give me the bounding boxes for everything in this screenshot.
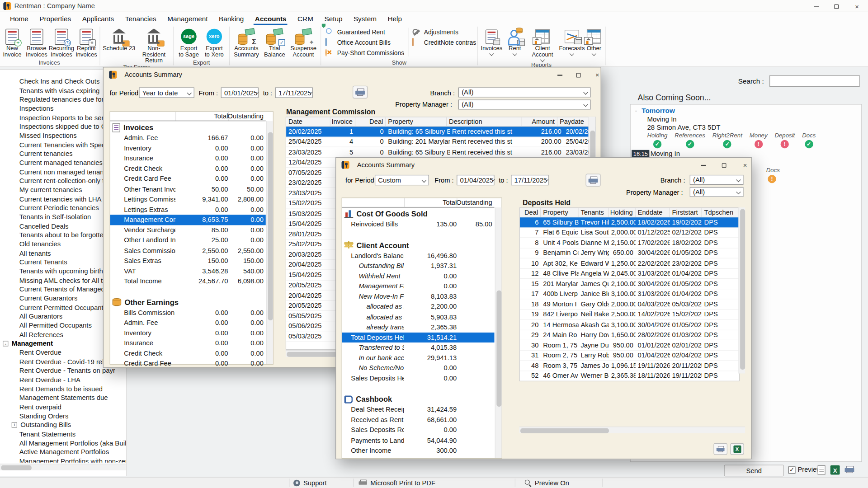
- reports-invoices-button[interactable]: Invoices: [479, 27, 504, 56]
- menu-tab[interactable]: Accounts: [250, 12, 292, 25]
- summary-row[interactable]: allocated as rent 2,200.00: [342, 301, 495, 312]
- to-date-input[interactable]: 17/11/2025: [511, 175, 548, 185]
- reports-forecasts-button[interactable]: Forecasts: [560, 27, 584, 56]
- summary-row[interactable]: Credit Check 0.00 0.00: [110, 348, 266, 359]
- summary-row[interactable]: Total Deposits Held 31,514.21: [342, 332, 495, 343]
- table-row[interactable]: 20/02/2025 1 0 Building: 65 Silbury Blvd…: [286, 127, 595, 137]
- property-manager-select[interactable]: (All): [690, 187, 744, 197]
- summary-row[interactable]: Other Income 300.00: [342, 446, 495, 456]
- summary-row[interactable]: Withheld Rent 0.00: [342, 271, 495, 281]
- accounts-summary-button[interactable]: Σ Accounts Summary: [232, 27, 261, 58]
- non-resident-return-button[interactable]: Non-Resident Return: [136, 27, 171, 64]
- outstanding-column-header[interactable]: Outstanding: [228, 112, 265, 121]
- send-button[interactable]: Send: [724, 465, 784, 477]
- summary-row[interactable]: New Move-In Funds 8,103.83: [342, 291, 495, 302]
- sidebar-item[interactable]: Standing Orders: [0, 412, 126, 421]
- chevron-down-icon[interactable]: [592, 52, 596, 56]
- summary-row[interactable]: No Scheme/Non-AST 0.00: [342, 363, 495, 373]
- maximize-button[interactable]: [716, 160, 732, 170]
- table-row[interactable]: 25/04/2025 4 0 Building: 201 Maryland St…: [286, 137, 595, 147]
- sidebar-item[interactable]: Rent Overdue - LHA: [0, 375, 126, 385]
- panel-vertical-scrollbar[interactable]: [495, 207, 502, 458]
- summary-row[interactable]: Sales Deposits Held 0.00: [342, 373, 495, 384]
- summary-row[interactable]: Bills Commission 0.00 0.00: [110, 307, 266, 318]
- table-row[interactable]: 48 Room 3, 75 James Jone 1,096.15 19/11/…: [520, 361, 739, 371]
- suspense-account-button[interactable]: ⌖ Suspense Account: [288, 27, 318, 58]
- panel-vertical-scrollbar[interactable]: [266, 121, 273, 364]
- minimize-button[interactable]: [552, 70, 568, 80]
- day-label[interactable]: Tomorrow: [642, 107, 675, 114]
- summary-row[interactable]: Other Tenant Invoices 50.00 50.00: [110, 184, 266, 194]
- maximize-button[interactable]: [570, 70, 587, 80]
- table-row[interactable]: 6 65 Silbury B Trevor Hill, 2,500.00 18/…: [520, 217, 739, 228]
- menu-tab[interactable]: Help: [382, 12, 407, 25]
- table-row[interactable]: 9 Benjamin Cc Jerry Wrigh 650.00 30/04/2…: [520, 248, 739, 258]
- office-account-bills-button[interactable]: Office Account Bills: [326, 38, 407, 46]
- summary-row[interactable]: Management Commission 8,653.75 0.00: [110, 215, 266, 225]
- period-select[interactable]: Year to date: [139, 87, 194, 98]
- property-manager-select[interactable]: (All): [458, 99, 591, 109]
- menu-tab[interactable]: Tenancies: [120, 12, 162, 25]
- event-title[interactable]: Moving In: [651, 150, 680, 158]
- total-column-header[interactable]: Total: [404, 198, 457, 207]
- export-xero-button[interactable]: xero Export to Xero: [202, 27, 227, 58]
- summary-row[interactable]: already transferred 2,365.38: [342, 322, 495, 333]
- summary-row[interactable]: Credit Check 0.00 0.00: [110, 164, 266, 174]
- print-button[interactable]: [586, 174, 601, 186]
- export-button[interactable]: X: [730, 443, 744, 455]
- summary-row[interactable]: Transferred to Schemes 4,015.38: [342, 343, 495, 353]
- close-button[interactable]: ×: [850, 2, 864, 11]
- excel-export-icon[interactable]: X: [830, 465, 840, 475]
- summary-row[interactable]: Received as Rent 68,661.00: [342, 415, 495, 425]
- table-row[interactable]: 8 Unit 4 Pools Dianne Mar 2,150.00 17/02…: [520, 238, 739, 249]
- export-sage-button[interactable]: sage Export to Sage: [176, 27, 201, 58]
- menu-tab[interactable]: Applicants: [76, 12, 119, 25]
- chevron-down-icon[interactable]: [513, 52, 517, 56]
- summary-row[interactable]: Admin. Fee 166.67 0.00: [110, 133, 266, 143]
- table-row[interactable]: 10 Apt 302, Ke Edward Wri 1,250.00 22/02…: [520, 258, 739, 269]
- sidebar-item[interactable]: Tenant Statements: [0, 430, 126, 439]
- table-header[interactable]: Deal Property Tenants Holding Enddate Fi…: [520, 208, 739, 217]
- to-date-input[interactable]: 17/11/2025: [275, 87, 313, 98]
- close-button[interactable]: ×: [737, 160, 754, 170]
- summary-row[interactable]: Credit Card Fee 0.00 0.00: [110, 174, 266, 184]
- summary-row[interactable]: Sales Commission 2,550.00 2,550.00: [110, 245, 266, 256]
- sidebar-item[interactable]: Management Statements due: [0, 394, 126, 403]
- preview-checkbox[interactable]: ✓: [788, 466, 796, 474]
- branch-select[interactable]: (All): [458, 87, 591, 97]
- summary-row[interactable]: Landlord's Balance 16,496.80: [342, 250, 495, 261]
- menu-tab[interactable]: Home: [5, 12, 34, 25]
- summary-row[interactable]: Vendor Surcharges 85.00 0.00: [110, 225, 266, 235]
- table-row[interactable]: 31 Room 2, 75 Larry Rober 950.00 01/04/2…: [520, 351, 739, 361]
- table-row[interactable]: 12 48 Cllive Pla Angela Win 2,045.00 31/…: [520, 268, 739, 279]
- summary-row[interactable]: allocated as deposit 5,903.83: [342, 312, 495, 322]
- summary-row[interactable]: Sales Deposits Received 0.00: [342, 425, 495, 435]
- reports-other-button[interactable]: Other: [584, 27, 604, 56]
- search-input[interactable]: [769, 75, 860, 87]
- summary-row[interactable]: Sales Extras 150.00 150.00: [110, 256, 266, 266]
- sidebar-item[interactable]: + Outstanding Bills: [0, 421, 126, 430]
- reprint-invoices-button[interactable]: ≡ Reprint Invoices: [74, 27, 99, 58]
- branch-select[interactable]: (All): [690, 175, 744, 185]
- chevron-down-icon[interactable]: [489, 52, 494, 56]
- minimize-button[interactable]: [695, 160, 712, 170]
- from-date-input[interactable]: 01/01/2025: [221, 87, 259, 98]
- summary-row[interactable]: Inventory 0.00 0.00: [110, 328, 266, 338]
- summary-row[interactable]: In our bank accounts 29,941.13: [342, 353, 495, 363]
- sidebar-horizontal-scrollbar[interactable]: [0, 464, 126, 470]
- menu-tab[interactable]: CRM: [292, 12, 319, 25]
- new-invoice-button[interactable]: + New Invoice: [0, 27, 24, 58]
- summary-row[interactable]: Payments to Landlord 54,044.90: [342, 435, 495, 446]
- table-row[interactable]: 7 Flat 6 Equic Lisa Souther 2,000.00 01/…: [520, 228, 739, 238]
- total-column-header[interactable]: Total: [175, 112, 228, 121]
- table-vertical-scrollbar[interactable]: [738, 207, 745, 373]
- table-row[interactable]: 30 Room 1, 75 Jayne Duntc 950.00 01/01/2…: [520, 340, 739, 351]
- summary-row[interactable]: Other Landlord Invoices 25.00 0.00: [110, 235, 266, 245]
- schedule-23-button[interactable]: Schedule 23: [102, 27, 136, 52]
- expand-collapse-icon[interactable]: -: [3, 341, 8, 346]
- creditnote-contras-button[interactable]: CreditNote contras: [412, 38, 476, 46]
- summary-row[interactable]: Admin. Fee 0.00 0.00: [110, 318, 266, 328]
- recurring-invoices-button[interactable]: ◷ Recurring Invoices: [49, 27, 74, 58]
- from-date-input[interactable]: 01/04/2025: [457, 175, 494, 185]
- browse-invoices-button[interactable]: Browse Invoices: [24, 27, 49, 58]
